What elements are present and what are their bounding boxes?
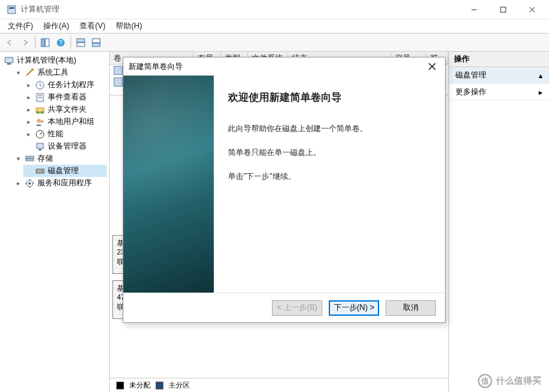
svg-point-21: [37, 111, 39, 114]
actions-more-label: 更多操作: [455, 87, 486, 98]
menu-action[interactable]: 操作(A): [38, 19, 74, 33]
tree-label: 共享文件夹: [48, 104, 87, 115]
svg-point-31: [41, 170, 43, 172]
legend: 未分配 主分区: [110, 378, 448, 392]
actions-pane: 操作 磁盘管理 ▴ 更多操作 ▸: [449, 52, 549, 392]
collapse-icon: ▴: [539, 71, 543, 80]
svg-point-24: [41, 119, 44, 123]
minimize-button[interactable]: [459, 1, 488, 19]
wizard-next-button[interactable]: 下一步(N) >: [329, 300, 379, 316]
maximize-button[interactable]: [488, 1, 517, 19]
svg-rect-28: [26, 156, 34, 158]
expand-icon[interactable]: ▸: [25, 130, 32, 138]
tree-root[interactable]: 计算机管理(本地): [3, 54, 107, 67]
tree-label: 系统工具: [37, 67, 68, 78]
wizard-title: 新建简单卷向导: [129, 61, 183, 72]
tree-local-users[interactable]: ▸本地用户和组: [23, 116, 107, 128]
tree-services-apps[interactable]: ▸服务和应用程序: [13, 177, 107, 189]
expand-icon[interactable]: ▸: [25, 94, 32, 101]
tree-task-scheduler[interactable]: ▸任务计划程序: [23, 79, 107, 91]
expand-icon[interactable]: ▸: [25, 106, 32, 113]
clock-icon: [35, 80, 45, 90]
tree-label: 事件查看器: [48, 92, 87, 103]
wizard-button-row: < 上一步(B) 下一步(N) > 取消: [123, 293, 445, 322]
legend-swatch-primary: [156, 382, 163, 389]
wizard-text-1: 此向导帮助你在磁盘上创建一个简单卷。: [228, 123, 431, 135]
tree-label: 服务和应用程序: [37, 178, 92, 189]
app-icon: [6, 5, 17, 15]
services-icon: [25, 178, 35, 189]
tree-system-tools[interactable]: ▾系统工具: [13, 67, 107, 79]
svg-rect-14: [5, 57, 13, 63]
svg-rect-0: [8, 6, 16, 14]
expand-icon[interactable]: ▸: [25, 81, 32, 88]
collapse-icon[interactable]: ▾: [14, 155, 22, 162]
tree-performance[interactable]: ▸性能: [23, 128, 107, 140]
event-icon: [35, 92, 45, 103]
svg-rect-13: [92, 43, 100, 46]
wizard-text-3: 单击"下一步"继续。: [228, 170, 431, 183]
share-icon: [35, 105, 45, 115]
wizard-cancel-button[interactable]: 取消: [386, 300, 436, 316]
wizard-heading: 欢迎使用新建简单卷向导: [228, 91, 431, 105]
svg-rect-29: [26, 159, 34, 161]
actions-header: 操作: [449, 52, 549, 67]
wizard-close-button[interactable]: [424, 59, 440, 74]
wizard-content: 欢迎使用新建简单卷向导 此向导帮助你在磁盘上创建一个简单卷。 简单卷只能在单一磁…: [214, 76, 445, 293]
device-icon: [35, 141, 45, 152]
actions-section[interactable]: 磁盘管理 ▴: [449, 67, 549, 84]
svg-rect-30: [36, 169, 44, 173]
close-icon: [428, 63, 436, 70]
toolbar-separator: [35, 36, 36, 49]
wizard-back-button[interactable]: < 上一步(B): [272, 300, 322, 316]
legend-label-unallocated: 未分配: [129, 380, 150, 390]
view-top-icon[interactable]: [74, 36, 88, 50]
toolbar-separator: [70, 36, 71, 49]
legend-label-primary: 主分区: [169, 380, 190, 390]
tree-disk-management[interactable]: 磁盘管理: [23, 165, 107, 177]
submenu-icon: ▸: [539, 88, 543, 97]
svg-rect-26: [37, 143, 43, 149]
users-icon: [35, 117, 45, 127]
svg-point-33: [28, 182, 31, 185]
tree-shared-folders[interactable]: ▸共享文件夹: [23, 103, 107, 116]
storage-icon: [25, 154, 35, 164]
help-icon[interactable]: ?: [54, 36, 68, 50]
window-titlebar: 计算机管理: [0, 0, 549, 19]
back-icon[interactable]: [3, 36, 17, 50]
tree-device-manager[interactable]: 设备管理器: [23, 140, 107, 152]
menu-view[interactable]: 查看(V): [74, 19, 110, 33]
show-hide-tree-icon[interactable]: [38, 36, 52, 50]
svg-rect-11: [77, 43, 85, 46]
computer-icon: [4, 56, 14, 66]
close-button[interactable]: [517, 1, 546, 19]
svg-rect-6: [41, 39, 45, 46]
tools-icon: [25, 68, 35, 78]
navigation-tree: 计算机管理(本地) ▾系统工具 ▸任务计划程序 ▸事件查看器 ▸共享文件夹 ▸本…: [0, 52, 110, 392]
svg-rect-12: [92, 39, 100, 43]
svg-rect-27: [39, 149, 41, 150]
view-bottom-icon[interactable]: [89, 36, 103, 50]
forward-icon[interactable]: [18, 36, 32, 50]
expand-icon[interactable]: ▸: [14, 180, 22, 187]
actions-section-label: 磁盘管理: [455, 70, 486, 81]
tree-label: 本地用户和组: [48, 116, 94, 127]
toolbar: ?: [0, 34, 549, 52]
expand-icon[interactable]: ▸: [25, 118, 32, 125]
menu-help[interactable]: 帮助(H): [110, 19, 147, 33]
svg-rect-1: [9, 7, 14, 9]
performance-icon: [35, 129, 45, 139]
svg-point-23: [37, 119, 41, 123]
window-title: 计算机管理: [21, 4, 459, 15]
collapse-icon[interactable]: ▾: [14, 69, 22, 76]
svg-rect-7: [45, 39, 49, 46]
tree-root-label: 计算机管理(本地): [17, 55, 76, 66]
svg-rect-15: [7, 63, 11, 65]
tree-storage[interactable]: ▾存储: [13, 152, 107, 165]
actions-more[interactable]: 更多操作 ▸: [449, 84, 549, 101]
menu-file[interactable]: 文件(F): [3, 19, 38, 33]
tree-label: 存储: [37, 153, 53, 164]
tree-label: 性能: [48, 129, 63, 139]
drive-icon: [114, 77, 123, 87]
tree-event-viewer[interactable]: ▸事件查看器: [23, 91, 107, 103]
